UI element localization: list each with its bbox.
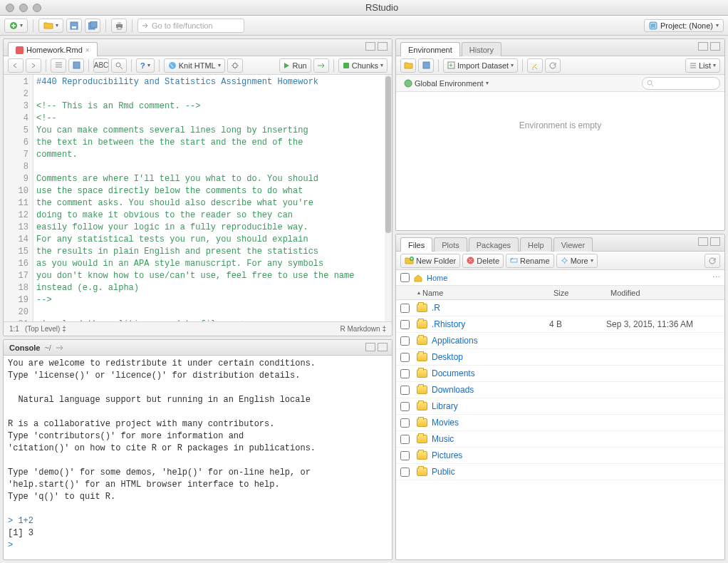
svg-point-23: [563, 259, 566, 262]
maximize-env-button[interactable]: [710, 42, 720, 51]
scrollbar-thumb[interactable]: [385, 76, 391, 233]
minimize-dot[interactable]: [19, 4, 28, 12]
spellcheck-button[interactable]: ABC: [93, 58, 109, 73]
filetype-picker[interactable]: R Markdown ‡: [340, 325, 386, 333]
console-wd: ~/: [44, 344, 51, 352]
refresh-files-button[interactable]: [704, 254, 720, 268]
console-result: [1] 3: [8, 528, 33, 538]
file-name-link[interactable]: Music: [417, 434, 549, 444]
tab-history[interactable]: History: [462, 42, 501, 56]
rename-button[interactable]: Rename: [506, 254, 554, 268]
minimize-env-button[interactable]: [698, 42, 708, 51]
run-button[interactable]: Run: [279, 58, 311, 73]
goto-file-field[interactable]: Go to file/function: [137, 19, 244, 33]
project-menu-button[interactable]: R Project: (None) ▾: [644, 19, 724, 32]
tab-viewer[interactable]: Viewer: [553, 237, 593, 252]
clear-console-icon[interactable]: [56, 344, 64, 351]
new-file-icon: [9, 21, 18, 30]
maximize-files-button[interactable]: [710, 237, 720, 246]
file-name-link[interactable]: .Rhistory: [417, 319, 549, 329]
breadcrumb-home[interactable]: Home: [427, 274, 447, 282]
tab-files[interactable]: Files: [400, 237, 432, 252]
more-button[interactable]: More▾: [556, 254, 598, 268]
env-search-field[interactable]: [642, 77, 720, 90]
col-modified[interactable]: Modified: [610, 289, 724, 297]
file-checkbox[interactable]: [400, 320, 410, 329]
tab-help[interactable]: Help: [520, 237, 552, 252]
import-dataset-button[interactable]: Import Dataset▾: [443, 58, 518, 73]
find-button[interactable]: [111, 58, 127, 73]
zoom-dot[interactable]: [33, 4, 41, 12]
file-name-link[interactable]: Documents: [417, 368, 549, 378]
file-name-link[interactable]: Public: [417, 467, 549, 477]
new-file-button[interactable]: ▾: [4, 19, 28, 33]
scope-picker[interactable]: (Top Level) ‡: [25, 325, 66, 333]
minimize-console-button[interactable]: [365, 343, 375, 351]
file-checkbox[interactable]: [400, 336, 410, 346]
file-name-link[interactable]: Downloads: [417, 385, 549, 395]
load-workspace-button[interactable]: [400, 58, 416, 73]
file-checkbox[interactable]: [400, 418, 410, 428]
env-scope-picker[interactable]: Global Environment▾: [400, 76, 492, 91]
file-row: Downloads: [396, 382, 724, 398]
home-icon[interactable]: [413, 274, 423, 282]
chunks-button[interactable]: Chunks ▾: [338, 58, 388, 73]
files-tabbar: Files Plots Packages Help Viewer: [396, 234, 724, 252]
tab-environment[interactable]: Environment: [400, 42, 460, 56]
save-all-button[interactable]: [85, 19, 100, 33]
editor-tab-homework[interactable]: Homework.Rmd ×: [8, 42, 98, 56]
new-folder-button[interactable]: New Folder: [400, 254, 460, 268]
rerun-button[interactable]: [313, 58, 329, 73]
folder-icon: [417, 353, 427, 361]
delete-button[interactable]: Delete: [462, 254, 504, 268]
editor-code[interactable]: #440 Reproducibility and Statistics Assi…: [33, 75, 392, 321]
file-checkbox[interactable]: [400, 386, 410, 395]
knit-button[interactable]: Knit HTML ▾: [164, 58, 225, 73]
maximize-console-button[interactable]: [378, 343, 388, 351]
file-checkbox[interactable]: [400, 402, 410, 411]
file-checkbox[interactable]: [400, 435, 410, 444]
clear-env-button[interactable]: [527, 58, 543, 73]
env-view-mode-button[interactable]: List▾: [685, 58, 720, 73]
editor-body[interactable]: 123456789101112131415161718192021 #440 R…: [4, 75, 392, 321]
file-checkbox[interactable]: [400, 451, 410, 460]
console-prompt: >: [8, 540, 13, 550]
maximize-pane-button[interactable]: [378, 42, 388, 51]
app-title: RStudio: [41, 2, 722, 13]
close-dot[interactable]: [6, 4, 14, 12]
help-menu-button[interactable]: ?▾: [136, 58, 155, 73]
knit-options-button[interactable]: [227, 58, 243, 73]
file-name-link[interactable]: Library: [417, 401, 549, 411]
source-nav-fwd-button[interactable]: [26, 58, 41, 73]
tab-plots[interactable]: Plots: [434, 237, 467, 252]
file-name-link[interactable]: Movies: [417, 418, 549, 428]
refresh-env-button[interactable]: [545, 58, 561, 73]
save-doc-button[interactable]: [68, 58, 84, 73]
source-nav-back-button[interactable]: [8, 58, 24, 73]
select-all-checkbox[interactable]: [400, 273, 410, 282]
breadcrumb-more[interactable]: ⋯: [712, 273, 720, 282]
console-body[interactable]: You are welcome to redistribute it under…: [4, 356, 392, 559]
tab-packages[interactable]: Packages: [469, 237, 519, 252]
file-checkbox[interactable]: [400, 353, 410, 362]
editor-scrollbar[interactable]: [385, 75, 392, 321]
save-workspace-button[interactable]: [418, 58, 434, 73]
file-name-link[interactable]: Pictures: [417, 450, 549, 460]
minimize-files-button[interactable]: [698, 237, 708, 246]
col-size[interactable]: Size: [553, 289, 610, 297]
save-button[interactable]: [66, 19, 82, 33]
show-outline-button[interactable]: [51, 58, 66, 73]
file-checkbox[interactable]: [400, 304, 410, 313]
file-name-link[interactable]: Desktop: [417, 352, 549, 362]
col-name[interactable]: ▴Name: [396, 289, 553, 297]
minimize-pane-button[interactable]: [365, 42, 375, 51]
close-tab-icon[interactable]: ×: [85, 46, 90, 54]
open-file-button[interactable]: ▾: [38, 19, 63, 33]
file-name-link[interactable]: Applications: [417, 336, 549, 346]
file-name-link[interactable]: .R: [417, 303, 549, 313]
print-button[interactable]: [111, 19, 127, 33]
file-row: Documents: [396, 366, 724, 382]
file-checkbox[interactable]: [400, 369, 410, 378]
svg-text:R: R: [651, 23, 655, 29]
file-checkbox[interactable]: [400, 468, 410, 477]
